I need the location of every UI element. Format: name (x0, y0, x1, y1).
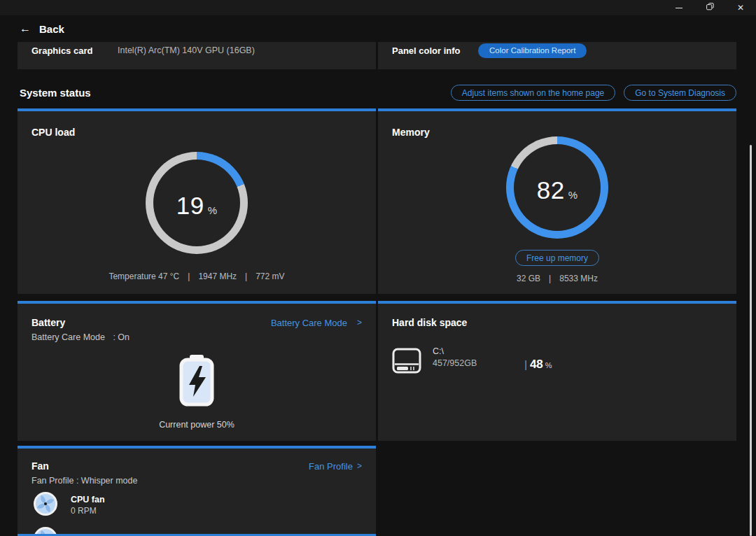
back-button[interactable]: ← Back (20, 22, 64, 35)
memory-metrics: 32 GB | 8533 MHz (378, 274, 736, 283)
fan-icon (33, 491, 58, 519)
disk-usage: 457/952GB (433, 358, 477, 368)
cpu-load-unit: % (208, 204, 217, 216)
hard-disk-card: Hard disk space C:\ 457/952GB | 48 % (378, 301, 736, 441)
hard-disk-title: Hard disk space (392, 317, 467, 328)
battery-care-mode-link-label: Battery Care Mode (271, 318, 347, 328)
battery-title: Battery (31, 317, 65, 328)
disk-percent: 48 (530, 358, 543, 372)
section-title: System status (20, 87, 91, 99)
close-icon: ✕ (737, 3, 744, 13)
fan-profile-status: Fan Profile : Whisper mode (18, 472, 376, 486)
cpu-fan-row: CPU fan 0 RPM (33, 491, 362, 519)
cpu-load-value: 19 (176, 192, 204, 220)
memory-card: Memory 82 % Free up memory 32 GB | 8533 … (378, 108, 736, 294)
memory-unit: % (568, 189, 578, 201)
battery-card: Battery Battery Care Mode > Battery Care… (18, 301, 376, 441)
restore-button[interactable] (694, 0, 725, 15)
chevron-right-icon: > (357, 318, 362, 327)
memory-value: 82 (537, 176, 565, 204)
cpu-load-title: CPU load (31, 127, 75, 138)
minimize-icon (676, 8, 682, 8)
cpu-metrics: Temperature 47 °C | 1947 MHz | 772 mV (18, 271, 376, 281)
restore-icon (706, 3, 714, 13)
chevron-right-icon: > (357, 461, 362, 471)
battery-care-mode-link[interactable]: Battery Care Mode > (271, 318, 362, 328)
disk-percent-unit: % (545, 361, 552, 369)
section-actions: Adjust items shown on the home page Go t… (451, 85, 736, 101)
graphics-card-value: Intel(R) Arc(TM) 140V GPU (16GB) (118, 43, 255, 55)
minimize-button[interactable] (664, 0, 694, 15)
panel-color-info-row: Panel color info Color Calibration Repor… (378, 42, 736, 69)
fan-title: Fan (31, 460, 49, 472)
fan-profile-link-label: Fan Profile (309, 461, 353, 472)
battery-charging-icon (175, 397, 218, 409)
graphics-card-row: Graphics card Intel(R) Arc(TM) 140V GPU … (18, 42, 376, 69)
close-button[interactable]: ✕ (725, 0, 756, 15)
color-calibration-report-button[interactable]: Color Calibration Report (478, 43, 587, 58)
hard-disk-icon (392, 346, 421, 377)
adjust-items-button[interactable]: Adjust items shown on the home page (451, 85, 615, 101)
cpu-load-card: CPU load 19 % Temperature 47 °C | 1947 M… (18, 108, 376, 294)
free-up-memory-button[interactable]: Free up memory (515, 250, 599, 266)
vertical-scrollbar[interactable] (750, 145, 752, 536)
graphics-card-label: Graphics card (31, 43, 118, 56)
panel-color-info-label: Panel color info (392, 43, 478, 56)
memory-title: Memory (392, 127, 430, 138)
cpu-fan-name: CPU fan (71, 495, 105, 505)
fan-profile-link[interactable]: Fan Profile > (309, 461, 362, 472)
memory-gauge: 82 % (506, 136, 608, 239)
cpu-fan-rpm: 0 RPM (71, 506, 105, 516)
disk-separator: | (524, 359, 527, 370)
system-status-window: ✕ ← Back Graphics card Intel(R) Arc(TM) … (0, 0, 756, 536)
back-arrow-icon: ← (20, 22, 31, 35)
battery-caption: Current power 50% (18, 420, 376, 430)
battery-care-mode-status-value: : On (113, 332, 130, 342)
cpu-load-gauge: 19 % (146, 152, 248, 254)
back-label: Back (39, 23, 64, 35)
battery-care-mode-status-label: Battery Care Mode (31, 332, 105, 342)
system-diagnosis-button[interactable]: Go to System Diagnosis (624, 85, 736, 101)
fan-card: Fan Fan Profile > Fan Profile : Whisper … (18, 446, 376, 536)
disk-drive-letter: C:\ (433, 346, 477, 356)
titlebar: ✕ (0, 0, 756, 15)
